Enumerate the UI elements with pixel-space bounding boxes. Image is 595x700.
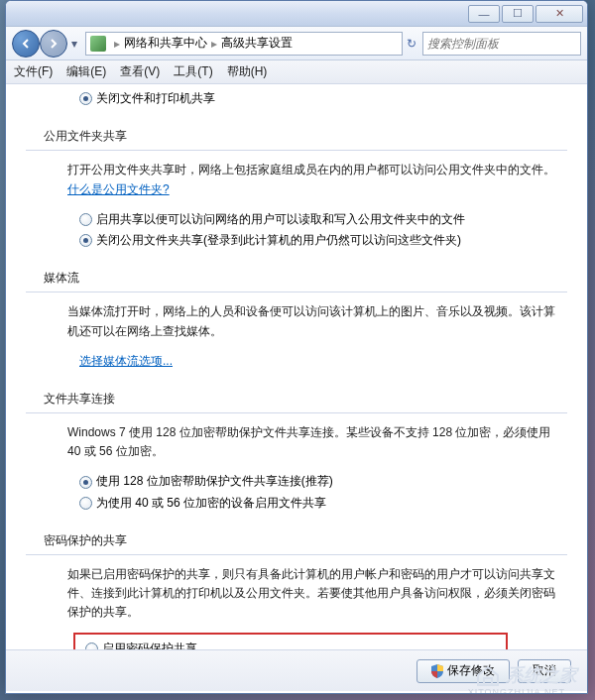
section-title-media-stream: 媒体流 [44,269,567,288]
menu-edit[interactable]: 编辑(E) [66,63,106,80]
menu-help[interactable]: 帮助(H) [227,63,268,80]
file-connection-desc: Windows 7 使用 128 位加密帮助保护文件共享连接。某些设备不支持 1… [67,423,557,461]
section-rule [26,292,567,292]
radio-label: 关闭公用文件夹共享(登录到此计算机的用户仍然可以访问这些文件夹) [96,231,461,250]
section-rule [26,554,567,555]
section-title-public-folder: 公用文件夹共享 [44,127,567,146]
radio-public-share-off[interactable] [79,234,92,247]
radio-label: 启用共享以便可以访问网络的用户可以读取和写入公用文件夹中的文件 [96,210,465,229]
radio-label: 为使用 40 或 56 位加密的设备启用文件共享 [96,494,326,513]
menu-tools[interactable]: 工具(T) [174,63,212,80]
titlebar: — ☐ ✕ [6,1,587,27]
search-input[interactable] [427,37,577,51]
cancel-button[interactable]: 取消 [518,659,571,683]
addressbar[interactable]: ▸ 网络和共享中心 ▸ 高级共享设置 [85,32,403,56]
maximize-button[interactable]: ☐ [502,5,534,23]
radio-label: 关闭文件和打印机共享 [96,89,215,108]
radio-off-file-printer-sharing[interactable] [79,92,92,105]
close-button[interactable]: ✕ [536,5,583,23]
menu-file[interactable]: 文件(F) [14,63,53,80]
navbar: ▾ ▸ 网络和共享中心 ▸ 高级共享设置 ↻ [6,27,587,60]
control-panel-icon [90,36,106,52]
public-folder-desc: 打开公用文件夹共享时，网络上包括家庭组成员在内的用户都可以访问公用文件夹中的文件… [67,161,557,198]
radio-label: 启用密码保护共享 [102,640,197,649]
breadcrumb-network-center[interactable]: 网络和共享中心 [124,35,207,52]
section-rule [26,412,567,413]
back-button[interactable] [12,30,40,58]
radio-label: 使用 128 位加密帮助保护文件共享连接(推荐) [96,472,333,491]
radio-encrypt-4056[interactable] [79,497,92,510]
shield-icon [431,664,443,678]
section-title-file-connection: 文件共享连接 [44,390,567,408]
forward-button[interactable] [40,30,67,58]
menubar: 文件(F) 编辑(E) 查看(V) 工具(T) 帮助(H) [6,60,587,84]
searchbox[interactable] [422,32,581,56]
content-area[interactable]: 关闭文件和打印机共享 公用文件夹共享 打开公用文件夹共享时，网络上包括家庭组成员… [6,84,587,649]
radio-public-share-on[interactable] [79,213,92,226]
link-media-options[interactable]: 选择媒体流选项... [79,352,173,371]
breadcrumb-advanced-sharing[interactable]: 高级共享设置 [221,35,293,52]
radio-encrypt-128[interactable] [79,476,92,489]
highlight-box: 启用密码保护共享 关闭密码保护共享 [73,633,508,649]
minimize-button[interactable]: — [468,5,500,23]
breadcrumb-sep: ▸ [211,37,217,51]
section-rule [26,150,567,151]
nav-history-dropdown[interactable]: ▾ [67,32,81,56]
radio-password-share-on[interactable] [85,642,98,649]
save-button[interactable]: 保存修改 [416,659,510,683]
link-what-is-public-folder[interactable]: 什么是公用文件夹? [67,182,170,196]
section-title-password-share: 密码保护的共享 [44,531,567,550]
refresh-icon[interactable]: ↻ [407,37,422,51]
footer: 保存修改 取消 [6,649,587,691]
password-share-desc: 如果已启用密码保护的共享，则只有具备此计算机的用户帐户和密码的用户才可以访问共享… [67,565,557,623]
control-panel-window: — ☐ ✕ ▾ ▸ 网络和共享中心 ▸ 高级共享设置 ↻ 文件(F) 编辑(E)… [5,0,588,694]
menu-view[interactable]: 查看(V) [120,63,160,80]
breadcrumb-sep: ▸ [114,37,120,51]
media-stream-desc: 当媒体流打开时，网络上的人员和设备便可以访问该计算机上的图片、音乐以及视频。该计… [67,302,557,340]
